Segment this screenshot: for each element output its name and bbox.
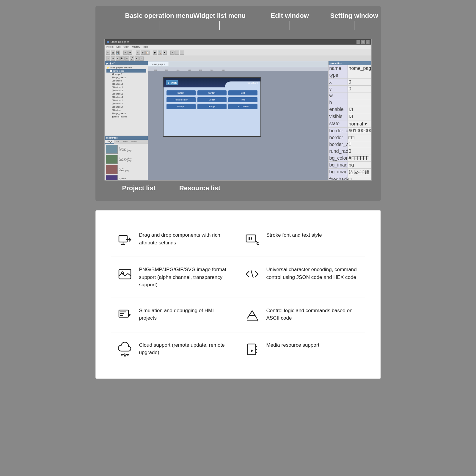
widget-btn-image[interactable]: Image — [197, 104, 227, 109]
stone-widget: STONE 09:23:04 Button Switch Edit Text s… — [163, 77, 261, 137]
widget-btn-button[interactable]: Button — [166, 90, 196, 95]
tool-stop[interactable]: ■ — [163, 51, 167, 55]
tool-cut[interactable]: ✂ — [136, 51, 140, 55]
tree-item-button16[interactable]: ⊡ button16 — [106, 102, 146, 105]
menu-edit[interactable]: Edit — [116, 45, 120, 48]
tree-item-button17[interactable]: ⊡ button17 — [106, 105, 146, 109]
tool-zoom-out[interactable]: - — [139, 56, 144, 61]
menu-view[interactable]: View — [123, 45, 128, 48]
tool-new[interactable]: □ — [106, 51, 110, 55]
tool-line[interactable]: ╱ — [130, 56, 134, 61]
ide-screenshot: Stone Designer _ □ × Project Edit View W… — [104, 39, 372, 181]
prop-rund-radius: rund_radius 0 — [329, 148, 371, 155]
stone-logo: STONE — [166, 80, 179, 85]
widget-btn-text-selector[interactable]: Text selector — [166, 97, 196, 102]
ide-canvas[interactable]: STONE 09:23:04 Button Switch Edit Text s… — [148, 71, 328, 180]
feature-drag-drop: Drag and drop components with rich attri… — [111, 222, 238, 257]
widget-btn-gauge[interactable]: Gauge — [166, 104, 196, 109]
ruler-ticks: 200 300 400 500 600 700 800 — [154, 69, 225, 71]
resource-tab-image[interactable]: image — [105, 140, 114, 144]
tree-item-button9[interactable]: ⊡ button9 — [106, 79, 146, 82]
tool-image[interactable]: 🖼 — [120, 56, 125, 61]
minimize-button[interactable]: _ — [356, 40, 360, 44]
widget-time: 09:23:04 — [247, 81, 258, 84]
tree-item-radio-button[interactable]: ◉ radio_button — [106, 115, 146, 118]
widget-btn-switch[interactable]: Switch — [197, 90, 227, 95]
prop-bg-color: bg_color #FFFFFF — [329, 155, 371, 162]
tool-upload[interactable]: ↑ — [175, 51, 179, 55]
tool-paste[interactable]: 📋 — [145, 51, 150, 55]
tool-text[interactable]: T — [116, 56, 120, 61]
resource-info-0: 0_image 256×204 (png) — [119, 147, 131, 151]
ide-center-panel: home_page × 200 300 400 500 600 700 800 — [148, 61, 328, 180]
tool-open[interactable]: ▤ — [111, 51, 115, 55]
menu-help[interactable]: Help — [143, 45, 148, 48]
feature-simulation-text: Simulation and debugging of HMI projects — [139, 307, 232, 322]
ruler-300: 300 — [165, 69, 168, 71]
tree-item-image0[interactable]: 🖼 image0 — [106, 73, 146, 76]
tree-item-home-page[interactable]: 📄 home_page — [106, 69, 146, 73]
menu-project[interactable]: Project — [106, 45, 114, 48]
tree-item-button15[interactable]: ⊡ button15 — [106, 99, 146, 102]
media-icon — [244, 341, 260, 358]
svg-text:ID: ID — [247, 236, 252, 241]
ide-toolbar-2: ↖ ▭ T 🖼 ⊡ ╱ + - — [105, 56, 371, 61]
ide-tab-bar: home_page × — [148, 61, 328, 67]
tree-item-button12[interactable]: ⊡ button12 — [106, 89, 146, 92]
feature-stroke-font-label: Stroke font and text style — [266, 231, 359, 239]
ruler-200: 200 — [154, 69, 157, 71]
drag-drop-icon — [117, 231, 133, 248]
ide-left-panel: project1 📁 stone_project_800480 📄 home_p… — [105, 61, 148, 180]
tool-button[interactable]: ⊡ — [125, 56, 129, 61]
tree-item-button[interactable]: ⊡ button — [106, 109, 146, 112]
prop-bg-image: bg_image bg — [329, 162, 371, 169]
close-button[interactable]: × — [366, 40, 370, 44]
tree-item-digit-clock2[interactable]: ⊞ digit_clock2 — [106, 112, 146, 115]
resource-info-2: 0_blur 70×94 (png) — [119, 167, 129, 172]
tool-redo[interactable]: ↪ — [128, 51, 132, 55]
tool-download[interactable]: ↓ — [180, 51, 184, 55]
svg-line-8 — [251, 270, 253, 278]
prop-visible: visible ☑ — [329, 113, 371, 120]
tool-pointer[interactable]: ↖ — [106, 56, 110, 61]
feature-stroke-font-text: Stroke font and text style — [266, 231, 359, 239]
resource-list-label: Resource list — [179, 184, 220, 192]
tree-item-root[interactable]: 📁 stone_project_800480 — [106, 66, 146, 69]
tool-copy[interactable]: ⎘ — [141, 51, 145, 55]
prop-h: h — [329, 99, 371, 106]
tool-run[interactable]: ▶ — [153, 51, 157, 55]
widget-btn-edit[interactable]: Edit — [228, 90, 257, 95]
resource-tab-font[interactable]: font — [114, 140, 121, 144]
resource-item-1: 0_gauge_plate 333×376 (png) — [106, 155, 147, 164]
ide-tab-home-page[interactable]: home_page × — [148, 62, 169, 66]
tool-undo[interactable]: ↩ — [123, 51, 128, 55]
tree-item-button11[interactable]: ⊡ button11 — [106, 86, 146, 89]
tool-settings[interactable]: ⚙ — [170, 51, 175, 55]
resource-item-2: 0_blur 70×94 (png) — [106, 165, 147, 174]
widget-list-label: Widget list menu — [194, 12, 246, 20]
widget-btn-led-demo[interactable]: LED DEMO — [228, 104, 257, 109]
tree-item-digit-clock1[interactable]: ⊞ digit_clock1 — [106, 76, 146, 79]
resource-item-3: 0_salute 10×84 (png) — [106, 175, 147, 180]
resource-info-3: 0_salute 10×84 (png) — [119, 177, 129, 180]
resource-tab-video[interactable]: video — [121, 140, 130, 144]
tree-item-button14[interactable]: ⊡ button14 — [106, 95, 146, 99]
tree-item-button10[interactable]: ⊡ button10 — [106, 82, 146, 86]
edit-window-label: Edit window — [271, 12, 309, 20]
resource-thumb-0 — [106, 145, 118, 154]
menu-window[interactable]: Window — [131, 45, 140, 48]
resource-tab-audio[interactable]: audio — [130, 140, 138, 144]
tool-zoom-in[interactable]: + — [135, 56, 139, 61]
image-format-icon — [117, 266, 133, 282]
prop-name: name home_page — [329, 65, 371, 72]
widget-btn-slider[interactable]: Slider — [197, 97, 227, 102]
tool-build[interactable]: 🔨 — [158, 51, 162, 55]
resource-panel: resources image font video audio 0_image… — [105, 136, 148, 180]
widget-btn-time[interactable]: Time — [228, 97, 257, 102]
tree-item-button13[interactable]: ⊡ button13 — [106, 92, 146, 95]
maximize-button[interactable]: □ — [361, 40, 365, 44]
tool-save[interactable]: 💾 — [116, 51, 120, 55]
features-section: Drag and drop components with rich attri… — [95, 210, 381, 379]
prop-x: x 0 — [329, 79, 371, 86]
tool-rect[interactable]: ▭ — [111, 56, 115, 61]
